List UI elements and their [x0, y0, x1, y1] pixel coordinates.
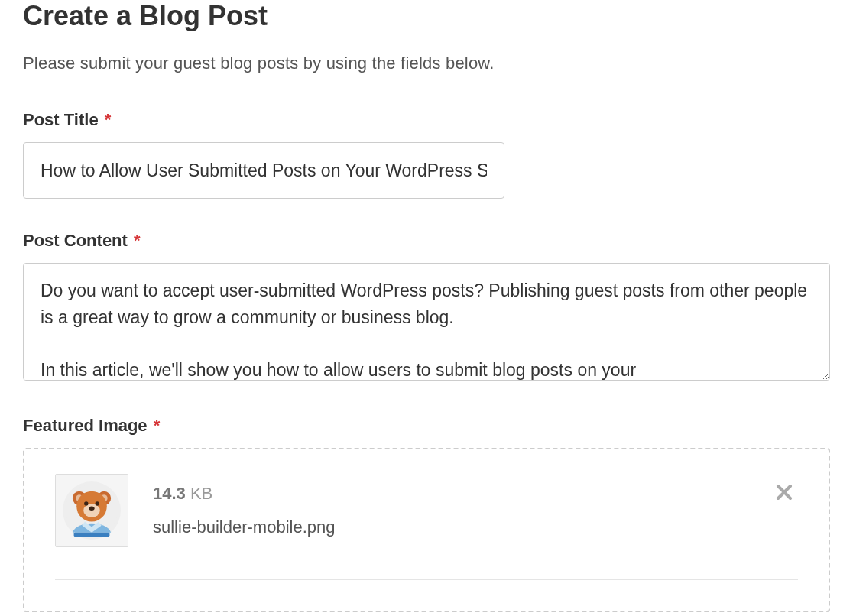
post-title-label: Post Title *	[23, 110, 830, 130]
file-upload-dropzone[interactable]: 14.3 KB sullie-builder-mobile.png	[23, 448, 830, 612]
required-asterisk-icon: *	[105, 110, 112, 129]
post-content-label-text: Post Content	[23, 231, 128, 250]
required-asterisk-icon: *	[134, 231, 141, 250]
file-size: 14.3 KB	[153, 484, 335, 504]
remove-file-button[interactable]	[770, 478, 798, 506]
page-description: Please submit your guest blog posts by u…	[23, 53, 830, 73]
svg-point-8	[96, 501, 99, 505]
close-icon	[775, 483, 793, 501]
file-size-unit: KB	[186, 484, 212, 503]
post-content-label: Post Content *	[23, 231, 830, 251]
svg-point-7	[84, 501, 88, 505]
page-title: Create a Blog Post	[23, 0, 830, 32]
file-size-value: 14.3	[153, 484, 186, 503]
avatar-icon	[64, 483, 119, 538]
uploaded-file-row: 14.3 KB sullie-builder-mobile.png	[55, 474, 798, 580]
svg-point-9	[89, 507, 94, 511]
post-content-textarea[interactable]: Do you want to accept user-submitted Wor…	[23, 263, 830, 381]
file-thumbnail	[55, 474, 128, 547]
post-title-label-text: Post Title	[23, 110, 99, 129]
featured-image-field: Featured Image *	[23, 416, 830, 612]
featured-image-label: Featured Image *	[23, 416, 830, 436]
featured-image-label-text: Featured Image	[23, 416, 148, 435]
file-name: sullie-builder-mobile.png	[153, 517, 335, 537]
svg-rect-10	[74, 533, 110, 537]
post-content-field: Post Content * Do you want to accept use…	[23, 231, 830, 384]
required-asterisk-icon: *	[154, 416, 161, 435]
file-meta: 14.3 KB sullie-builder-mobile.png	[153, 484, 335, 537]
post-title-field: Post Title *	[23, 110, 830, 199]
post-title-input[interactable]	[23, 142, 504, 199]
